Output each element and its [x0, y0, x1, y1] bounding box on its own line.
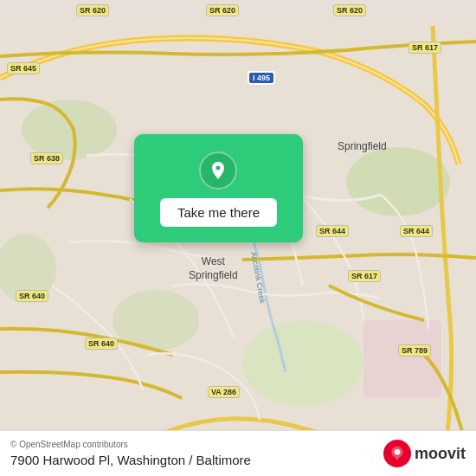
moovit-logo: moovit	[383, 440, 466, 467]
location-pin	[199, 151, 237, 190]
svg-point-3	[242, 320, 363, 407]
address-text: 7900 Harwood Pl, Washington / Baltimore	[10, 453, 251, 467]
map-container: SR 620 SR 620 SR 620 SR 617 SR 645 SR 63…	[0, 0, 476, 476]
navigation-card: Take me there	[134, 134, 303, 242]
bottom-bar: © OpenStreetMap contributors 7900 Harwoo…	[0, 430, 476, 476]
moovit-icon	[383, 440, 411, 467]
take-me-there-container: Take me there	[121, 134, 316, 242]
moovit-text: moovit	[415, 445, 466, 463]
bottom-info: © OpenStreetMap contributors 7900 Harwoo…	[10, 440, 251, 467]
svg-point-1	[346, 147, 450, 216]
take-me-there-button[interactable]: Take me there	[160, 198, 277, 227]
copyright-text: © OpenStreetMap contributors	[10, 440, 251, 449]
svg-point-2	[22, 100, 117, 160]
